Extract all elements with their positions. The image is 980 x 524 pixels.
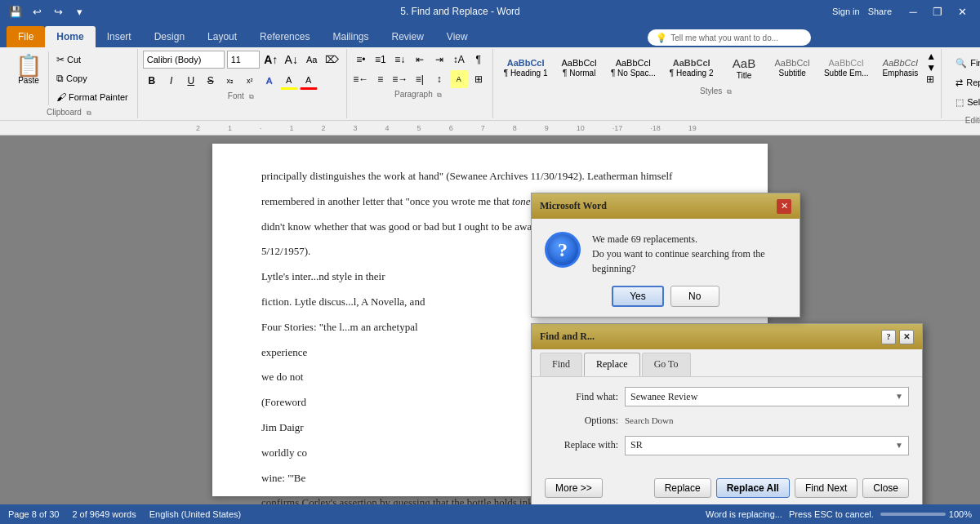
tab-mailings[interactable]: Mailings bbox=[321, 26, 380, 47]
clipboard-expand-button[interactable]: ⧉ bbox=[84, 109, 94, 118]
highlight-color-button[interactable]: A bbox=[280, 72, 298, 90]
style-heading2[interactable]: AaBbCcI ¶ Heading 2 bbox=[664, 56, 719, 80]
bold-button[interactable]: B bbox=[143, 72, 161, 90]
tab-layout[interactable]: Layout bbox=[196, 26, 248, 47]
fr-dialog-title-text: Find and R... bbox=[540, 329, 595, 344]
italic-button[interactable]: I bbox=[163, 72, 180, 90]
font-name-row: A↑ A↓ Aa ⌦ bbox=[143, 51, 341, 69]
ms-dialog-yes-button[interactable]: Yes bbox=[612, 286, 664, 307]
signin-button[interactable]: Sign in bbox=[832, 7, 860, 16]
multilevel-list-button[interactable]: ≡↓ bbox=[391, 51, 409, 69]
tell-me-box[interactable]: 💡 Tell me what you want to do... bbox=[648, 29, 811, 46]
clear-formatting-button[interactable]: ⌦ bbox=[323, 51, 341, 69]
styles-more-icon[interactable]: ⊞ bbox=[926, 73, 936, 85]
styles-down-icon[interactable]: ▼ bbox=[926, 62, 936, 73]
style-subtle-em[interactable]: AaBbCcI Subtle Em... bbox=[818, 56, 874, 80]
borders-button[interactable]: ⊞ bbox=[470, 70, 488, 88]
fr-replace-input[interactable]: SR ▼ bbox=[625, 436, 909, 455]
paste-button[interactable]: 📋 Paste bbox=[8, 51, 49, 106]
select-button[interactable]: ⬚ Select ▾ bbox=[950, 93, 980, 111]
bullets-button[interactable]: ≡• bbox=[352, 51, 370, 69]
restore-button[interactable]: ❐ bbox=[926, 3, 949, 20]
minimize-button[interactable]: ─ bbox=[902, 3, 924, 20]
font-name-input[interactable] bbox=[143, 51, 225, 69]
fr-more-button[interactable]: More >> bbox=[545, 478, 603, 498]
redo-button[interactable]: ↪ bbox=[49, 2, 67, 20]
styles-expand-button[interactable]: ⧉ bbox=[724, 87, 734, 96]
tab-view[interactable]: View bbox=[435, 26, 479, 47]
justify-button[interactable]: ≡| bbox=[411, 70, 429, 88]
font-expand-button[interactable]: ⧉ bbox=[247, 92, 256, 101]
font-size-input[interactable] bbox=[227, 51, 260, 69]
close-button[interactable]: ✕ bbox=[951, 3, 973, 20]
strikethrough-button[interactable]: S bbox=[202, 72, 220, 90]
decrease-indent-button[interactable]: ⇤ bbox=[411, 51, 429, 69]
tab-references[interactable]: References bbox=[248, 26, 321, 47]
cut-button[interactable]: ✂ Cut bbox=[52, 51, 132, 69]
styles-up-icon[interactable]: ▲ bbox=[926, 51, 936, 62]
show-formatting-button[interactable]: ¶ bbox=[470, 51, 488, 69]
style-title[interactable]: AaB Title bbox=[722, 54, 767, 82]
copy-button[interactable]: ⧉ Copy bbox=[52, 69, 132, 87]
fr-close-button[interactable]: Close bbox=[862, 478, 909, 498]
align-center-button[interactable]: ≡ bbox=[372, 70, 390, 88]
editing-buttons: 🔍 Find ▾ ⇄ Replace ⬚ Select ▾ bbox=[947, 51, 980, 114]
document-page: principally distinguishes the work at ha… bbox=[212, 144, 768, 496]
save-button[interactable]: 💾 bbox=[7, 2, 24, 20]
fr-find-dropdown-icon[interactable]: ▼ bbox=[895, 390, 903, 403]
fr-help-button[interactable]: ? bbox=[881, 330, 896, 344]
fr-replace-button[interactable]: Replace bbox=[654, 478, 711, 498]
tab-home[interactable]: Home bbox=[45, 26, 95, 47]
share-button[interactable]: Share bbox=[868, 7, 892, 16]
fr-replace-all-button[interactable]: Replace All bbox=[716, 478, 790, 498]
tab-insert[interactable]: Insert bbox=[96, 26, 143, 47]
ms-dialog-no-button[interactable]: No bbox=[670, 286, 719, 307]
increase-indent-button[interactable]: ⇥ bbox=[430, 51, 448, 69]
text-effects-button[interactable]: A bbox=[261, 72, 278, 90]
numbering-button[interactable]: ≡1 bbox=[372, 51, 390, 69]
paragraph-expand-button[interactable]: ⧉ bbox=[434, 91, 444, 100]
editing-group: 🔍 Find ▾ ⇄ Replace ⬚ Select ▾ Editing bbox=[942, 49, 980, 118]
ms-dialog-title-bar: Microsoft Word ✕ bbox=[532, 193, 800, 219]
line-spacing-button[interactable]: ↕ bbox=[430, 70, 448, 88]
find-button[interactable]: 🔍 Find ▾ bbox=[950, 54, 980, 72]
decrease-font-button[interactable]: A↓ bbox=[283, 51, 301, 69]
fr-close-title-button[interactable]: ✕ bbox=[899, 330, 914, 344]
style-normal[interactable]: AaBbCcI ¶ Normal bbox=[556, 56, 603, 80]
editing-label: Editing bbox=[965, 116, 980, 127]
subscript-button[interactable]: x₂ bbox=[221, 72, 239, 90]
change-case-button[interactable]: Aa bbox=[303, 51, 321, 69]
underline-button[interactable]: U bbox=[182, 72, 200, 90]
tab-review[interactable]: Review bbox=[380, 26, 434, 47]
fr-find-input[interactable]: Sewanee Review ▼ bbox=[625, 387, 909, 406]
undo-button[interactable]: ↩ bbox=[28, 2, 46, 20]
format-painter-button[interactable]: 🖌 Format Painter bbox=[52, 88, 132, 106]
sort-button[interactable]: ↕A bbox=[450, 51, 468, 69]
customize-qat-button[interactable]: ▾ bbox=[70, 2, 88, 20]
document-area: principally distinguishes the work at ha… bbox=[0, 135, 980, 504]
increase-font-button[interactable]: A↑ bbox=[262, 51, 280, 69]
zoom-slider[interactable] bbox=[880, 513, 946, 516]
replace-button[interactable]: ⇄ Replace bbox=[950, 73, 980, 91]
align-right-button[interactable]: ≡→ bbox=[391, 70, 409, 88]
fr-tab-find[interactable]: Find bbox=[540, 353, 582, 376]
style-heading1[interactable]: AaBbCcI ¶ Heading 1 bbox=[498, 56, 554, 80]
tab-file[interactable]: File bbox=[7, 26, 45, 47]
style-emphasis[interactable]: AaBbCcI Emphasis bbox=[876, 56, 924, 80]
tab-design[interactable]: Design bbox=[143, 26, 196, 47]
styles-scroll[interactable]: ▲ ▼ ⊞ bbox=[926, 51, 936, 85]
font-color-button[interactable]: A bbox=[300, 72, 318, 90]
find-replace-dialog: Find and R... ? ✕ Find Replace Go To bbox=[531, 323, 923, 504]
paragraph-row2: ≡← ≡ ≡→ ≡| ↕ A ⊞ bbox=[352, 70, 488, 88]
fr-tab-goto[interactable]: Go To bbox=[642, 353, 691, 376]
ms-dialog-icon-text: ? bbox=[558, 234, 568, 265]
fr-find-next-button[interactable]: Find Next bbox=[795, 478, 858, 498]
fr-replace-dropdown-icon[interactable]: ▼ bbox=[895, 439, 903, 452]
shading-button[interactable]: A bbox=[450, 70, 468, 88]
fr-tab-replace[interactable]: Replace bbox=[584, 353, 640, 376]
superscript-button[interactable]: x² bbox=[241, 72, 259, 90]
style-no-spacing[interactable]: AaBbCcI ¶ No Spac... bbox=[605, 56, 662, 80]
align-left-button[interactable]: ≡← bbox=[352, 70, 370, 88]
ms-dialog-close-button[interactable]: ✕ bbox=[777, 199, 791, 214]
style-subtitle[interactable]: AaBbCcI Subtitle bbox=[769, 56, 816, 80]
